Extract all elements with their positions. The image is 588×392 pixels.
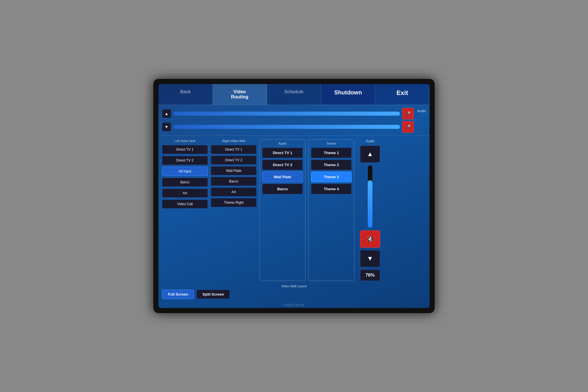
tab-shutdown[interactable]: Shutdown: [321, 84, 375, 105]
top-audio-controls: ▲ 🎤 ▼ 🎤 Audio: [158, 105, 430, 136]
right-volume-panel: Audio ▲ 🔇 ▼ 76%: [357, 139, 383, 281]
vw-source-direct-tv-1[interactable]: Direct TV 1: [211, 145, 257, 154]
vol-up-small-1[interactable]: ▲: [162, 109, 171, 118]
brand-label: CRESTRON: [158, 302, 430, 308]
mute-btn-2[interactable]: 🎤: [402, 121, 414, 133]
left-source-video-call[interactable]: Video Call: [162, 199, 208, 209]
vw-source-direct-tv-2[interactable]: Direct TV 2: [211, 156, 257, 165]
left-source-barco[interactable]: Barco: [162, 178, 208, 187]
theme-3-button[interactable]: Theme 3: [311, 172, 352, 182]
audio-panel: Audio Direct TV 1 Direct TV 2 Wall Plate…: [260, 139, 305, 281]
volume-down-button[interactable]: ▼: [360, 250, 380, 267]
mute-btn-1[interactable]: 🎤: [402, 108, 414, 119]
audio-source-direct-tv-2[interactable]: Direct TV 2: [262, 160, 303, 170]
slider-bar-2[interactable]: [173, 125, 400, 129]
audio-panel-label: Audio: [262, 142, 303, 145]
volume-track: [368, 165, 373, 228]
mute-button[interactable]: 🔇: [360, 230, 380, 248]
vw-source-art[interactable]: Art: [211, 187, 257, 197]
theme-1-button[interactable]: Theme 1: [311, 148, 352, 158]
left-source-direct-tv-1[interactable]: Direct TV 1: [162, 145, 208, 154]
volume-controls: ▲ 🔇 ▼ 76%: [360, 145, 380, 281]
left-source-art[interactable]: Art: [162, 189, 208, 198]
audio-source-barco[interactable]: Barco: [262, 184, 303, 194]
vw-panel-label: Right Video Wall: [211, 139, 257, 143]
slider-row-1: ▲ 🎤: [162, 108, 414, 119]
top-nav: Back VideoRouting Schedule Shutdown Exit: [158, 84, 430, 105]
top-audio-label: Audio: [417, 108, 426, 113]
audio-source-direct-tv-1[interactable]: Direct TV 1: [262, 148, 303, 158]
left-source-direct-tv-2[interactable]: Direct TV 2: [162, 156, 208, 165]
volume-fill: [368, 180, 372, 228]
layout-buttons: Full Screen Split Screen: [162, 290, 426, 299]
screen-wrapper: Back VideoRouting Schedule Shutdown Exit…: [153, 79, 435, 313]
tab-video-routing[interactable]: VideoRouting: [213, 84, 267, 105]
split-screen-button[interactable]: Split Screen: [196, 290, 230, 299]
tab-schedule[interactable]: Schedule: [267, 84, 321, 105]
theme-4-button[interactable]: Theme 4: [311, 184, 352, 194]
vw-source-wall-plate[interactable]: Wall Plate: [211, 166, 257, 175]
theme-2-button[interactable]: Theme 2: [311, 160, 352, 170]
volume-area: ▲ 🔇 ▼ 76%: [360, 145, 380, 281]
theme-panel: Theme Theme 1 Theme 2 Theme 3 Theme 4: [308, 139, 354, 281]
volume-up-button[interactable]: ▲: [360, 145, 380, 163]
vol-down-small-1[interactable]: ▼: [162, 122, 171, 131]
left-panel-label: Left Video Wall: [162, 139, 208, 143]
bottom-section: Video Wall Layout Full Screen Split Scre…: [158, 284, 430, 302]
tab-exit[interactable]: Exit: [375, 84, 430, 105]
full-screen-button[interactable]: Full Screen: [162, 290, 194, 299]
slider-group: ▲ 🎤 ▼ 🎤: [162, 108, 414, 133]
video-wall-panel: Right Video Wall Direct TV 1 Direct TV 2…: [211, 139, 257, 281]
slider-row-2: ▼ 🎤: [162, 121, 414, 133]
volume-label: Audio: [366, 139, 375, 143]
vw-source-barco[interactable]: Barco: [211, 177, 257, 186]
layout-label: Video Wall Layout: [162, 284, 426, 288]
control-screen: Back VideoRouting Schedule Shutdown Exit…: [158, 84, 430, 308]
left-source-alt[interactable]: Alt Input: [162, 167, 208, 176]
main-content: Left Video Wall Direct TV 1 Direct TV 2 …: [158, 136, 430, 284]
left-sources-panel: Left Video Wall Direct TV 1 Direct TV 2 …: [162, 139, 208, 281]
theme-panel-label: Theme: [311, 142, 352, 145]
audio-source-wall-plate[interactable]: Wall Plate: [262, 172, 303, 182]
slider-bar-1[interactable]: [173, 112, 400, 116]
vw-source-theme-right[interactable]: Theme Right: [211, 198, 257, 207]
volume-percent: 76%: [360, 269, 380, 281]
tab-back[interactable]: Back: [158, 84, 213, 105]
